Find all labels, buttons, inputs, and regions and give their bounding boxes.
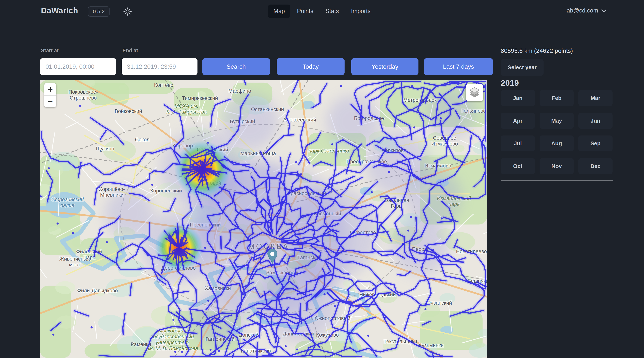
month-button-oct[interactable]: Oct	[501, 158, 535, 174]
search-button[interactable]: Search	[202, 58, 270, 75]
year-heading: 2019	[501, 78, 519, 88]
start-at-label: Start at	[41, 48, 58, 53]
map-canvas[interactable]: КоптевоПокровское-СтрешневоТимирязевский…	[40, 80, 487, 358]
month-button-jul[interactable]: Jul	[501, 136, 535, 151]
today-button[interactable]: Today	[277, 58, 344, 75]
svg-text:Рязанский: Рязанский	[427, 300, 452, 306]
start-date-input[interactable]	[40, 58, 116, 75]
svg-text:Сокол: Сокол	[135, 137, 150, 143]
zoom-in-button[interactable]: +	[44, 83, 56, 95]
version-badge: 0.5.2	[88, 6, 110, 17]
svg-text:Щукино: Щукино	[96, 146, 114, 152]
end-at-label: End at	[122, 48, 138, 53]
map-zoom-control: + −	[44, 83, 56, 107]
map-render: КоптевоПокровское-СтрешневоТимирязевский…	[40, 80, 487, 358]
month-button-jun[interactable]: Jun	[578, 113, 612, 129]
top-navbar: DaWarIch 0.5.2 Map Points Stats Imports …	[0, 0, 644, 23]
month-button-nov[interactable]: Nov	[540, 158, 574, 174]
month-button-mar[interactable]: Mar	[578, 90, 612, 106]
svg-text:Коптево: Коптево	[154, 82, 173, 88]
month-button-apr[interactable]: Apr	[501, 113, 535, 129]
svg-text:Марьина Роща: Марьина Роща	[240, 151, 276, 156]
sidebar-divider	[501, 180, 613, 181]
svg-text:Войковский: Войковский	[115, 108, 142, 114]
svg-text:Покровское-Стрешнево: Покровское-Стрешнево	[68, 89, 98, 101]
svg-text:Тимирязевский: Тимирязевский	[182, 95, 218, 101]
main-tabs: Map Points Stats Imports	[268, 4, 376, 18]
month-button-jan[interactable]: Jan	[501, 90, 535, 106]
month-button-feb[interactable]: Feb	[540, 90, 574, 106]
yesterday-button[interactable]: Yesterday	[352, 58, 418, 75]
tab-imports[interactable]: Imports	[346, 4, 376, 18]
month-button-sep[interactable]: Sep	[578, 136, 612, 151]
tab-map[interactable]: Map	[268, 4, 290, 18]
user-menu[interactable]: ab@cd.com	[567, 7, 606, 14]
sun-icon	[123, 14, 132, 17]
tab-stats[interactable]: Stats	[320, 4, 344, 18]
theme-toggle-button[interactable]	[123, 7, 132, 16]
user-email: ab@cd.com	[567, 7, 598, 14]
svg-text:парк Сокольники: парк Сокольники	[308, 148, 349, 154]
svg-text:Фили-Давыдково: Фили-Давыдково	[77, 288, 118, 294]
distance-summary: 80595.6 km (24622 points)	[501, 47, 573, 54]
last-7-days-button[interactable]: Last 7 days	[424, 58, 493, 75]
app-logo: DaWarIch	[41, 6, 78, 15]
end-date-input[interactable]	[122, 58, 198, 75]
layers-icon	[468, 86, 481, 99]
months-grid: Jan Feb Mar Apr May Jun Jul Aug Sep Oct …	[501, 90, 613, 174]
layers-control-button[interactable]	[466, 84, 483, 101]
month-button-dec[interactable]: Dec	[578, 158, 612, 174]
chevron-down-icon	[601, 7, 606, 14]
tab-points[interactable]: Points	[292, 4, 318, 18]
zoom-out-button[interactable]: −	[44, 95, 56, 107]
month-button-may[interactable]: May	[540, 113, 574, 129]
select-year-button[interactable]: Select year	[501, 59, 544, 76]
month-button-aug[interactable]: Aug	[540, 136, 574, 151]
